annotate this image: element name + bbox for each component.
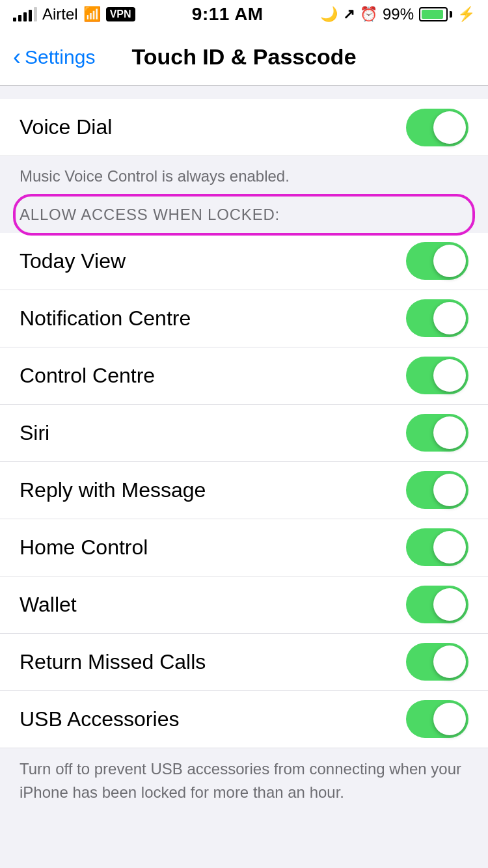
notification-centre-row: Notification Centre (0, 290, 488, 347)
carrier-label: Airtel (42, 5, 78, 23)
status-bar: Airtel 📶 VPN 9:11 AM 🌙 ↗ ⏰ 99% ⚡ (0, 0, 488, 29)
toggle-knob (433, 302, 466, 334)
today-view-row: Today View (0, 233, 488, 290)
toggle-knob (433, 474, 466, 506)
usb-accessories-row: USB Accessories (0, 691, 488, 748)
toggle-knob (433, 703, 466, 735)
siri-row: Siri (0, 405, 488, 462)
siri-toggle[interactable] (406, 414, 468, 452)
home-control-label: Home Control (20, 536, 148, 560)
status-left: Airtel 📶 VPN (13, 5, 135, 23)
charging-icon: ⚡ (457, 6, 475, 23)
toggle-knob (433, 531, 466, 563)
return-missed-calls-toggle[interactable] (406, 643, 468, 681)
reply-with-message-row: Reply with Message (0, 462, 488, 519)
nav-bar: ‹ Settings Touch ID & Passcode (0, 29, 488, 86)
home-control-toggle[interactable] (406, 528, 468, 566)
battery-icon (419, 7, 452, 21)
voice-dial-section: Voice Dial Music Voice Control is always… (0, 99, 488, 197)
return-missed-calls-label: Return Missed Calls (20, 650, 206, 674)
toggle-knob (433, 245, 466, 277)
today-view-toggle[interactable] (406, 242, 468, 280)
wifi-icon: 📶 (83, 6, 101, 23)
signal-bars-icon (13, 7, 37, 21)
siri-label: Siri (20, 421, 49, 445)
control-centre-toggle[interactable] (406, 357, 468, 394)
status-time: 9:11 AM (192, 4, 264, 25)
notification-centre-label: Notification Centre (20, 306, 191, 331)
usb-accessories-label: USB Accessories (20, 707, 179, 731)
vpn-badge: VPN (106, 7, 135, 21)
notification-centre-toggle[interactable] (406, 299, 468, 337)
toggle-knob (433, 111, 466, 144)
page-title: Touch ID & Passcode (131, 44, 356, 70)
allow-access-header: ALLOW ACCESS WHEN LOCKED: (0, 197, 488, 233)
control-centre-label: Control Centre (20, 364, 155, 388)
today-view-label: Today View (20, 249, 126, 273)
usb-accessories-footer: Turn off to prevent USB accessories from… (0, 748, 488, 813)
toggle-knob (433, 359, 466, 392)
reply-with-message-label: Reply with Message (20, 478, 206, 502)
back-button[interactable]: ‹ Settings (13, 46, 95, 69)
allow-access-section: ALLOW ACCESS WHEN LOCKED: Today View Not… (0, 197, 488, 813)
reply-with-message-toggle[interactable] (406, 471, 468, 509)
moon-icon: 🌙 (320, 6, 338, 23)
voice-dial-footer: Music Voice Control is always enabled. (0, 156, 488, 197)
usb-accessories-toggle[interactable] (406, 700, 468, 738)
voice-dial-row: Voice Dial (0, 99, 488, 156)
back-chevron-icon: ‹ (13, 46, 21, 69)
voice-dial-label: Voice Dial (20, 115, 112, 139)
battery-percentage: 99% (383, 5, 414, 23)
back-label: Settings (25, 46, 95, 68)
wallet-row: Wallet (0, 576, 488, 634)
return-missed-calls-row: Return Missed Calls (0, 634, 488, 691)
settings-content: Voice Dial Music Voice Control is always… (0, 86, 488, 813)
toggle-knob (433, 588, 466, 621)
wallet-label: Wallet (20, 593, 77, 617)
voice-dial-toggle[interactable] (406, 109, 468, 146)
control-centre-row: Control Centre (0, 347, 488, 405)
home-control-row: Home Control (0, 519, 488, 576)
wallet-toggle[interactable] (406, 586, 468, 623)
toggle-knob (433, 645, 466, 678)
toggle-knob (433, 416, 466, 449)
status-right: 🌙 ↗ ⏰ 99% ⚡ (320, 5, 475, 23)
location-icon: ↗ (343, 6, 355, 23)
alarm-icon: ⏰ (360, 6, 377, 23)
